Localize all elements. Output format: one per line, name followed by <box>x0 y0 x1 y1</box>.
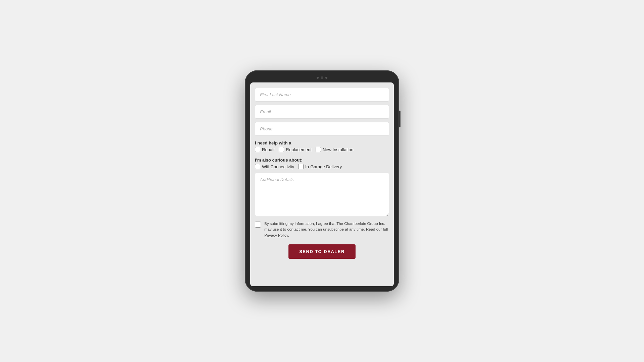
curious-section: I'm also curious about: Wifi Connectivit… <box>255 156 389 169</box>
tablet-screen: I need help with a Repair Replacement Ne… <box>250 82 394 286</box>
checkbox-in-garage[interactable] <box>298 164 304 169</box>
camera-lens <box>321 76 323 79</box>
side-button <box>399 111 400 127</box>
camera-indicator <box>317 77 319 79</box>
checkbox-item-wifi[interactable]: Wifi Connectivity <box>255 164 294 169</box>
camera-indicator-2 <box>325 77 327 79</box>
consent-text: By submitting my information, I agree th… <box>264 221 389 238</box>
additional-details-textarea[interactable] <box>255 173 389 216</box>
checkbox-repair[interactable] <box>255 147 260 152</box>
contact-form: I need help with a Repair Replacement Ne… <box>255 88 389 259</box>
privacy-policy-link[interactable]: Privacy Policy <box>264 233 288 237</box>
in-garage-label: In-Garage Delivery <box>305 164 342 169</box>
checkbox-item-repair[interactable]: Repair <box>255 147 275 152</box>
checkbox-item-in-garage[interactable]: In-Garage Delivery <box>298 164 342 169</box>
new-installation-label: New Installation <box>323 147 354 152</box>
camera-bar <box>250 76 394 79</box>
repair-label: Repair <box>262 147 275 152</box>
checkbox-new-installation[interactable] <box>316 147 321 152</box>
checkbox-item-new-installation[interactable]: New Installation <box>316 147 354 152</box>
checkbox-item-replacement[interactable]: Replacement <box>279 147 312 152</box>
replacement-label: Replacement <box>286 147 312 152</box>
curious-section-label: I'm also curious about: <box>255 158 389 163</box>
help-section: I need help with a Repair Replacement Ne… <box>255 139 389 152</box>
curious-options-group: Wifi Connectivity In-Garage Delivery <box>255 164 389 169</box>
tablet-device: I need help with a Repair Replacement Ne… <box>245 70 399 292</box>
help-section-label: I need help with a <box>255 140 389 145</box>
checkbox-replacement[interactable] <box>279 147 284 152</box>
consent-row: By submitting my information, I agree th… <box>255 221 389 238</box>
wifi-label: Wifi Connectivity <box>262 164 294 169</box>
help-options-group: Repair Replacement New Installation <box>255 147 389 152</box>
send-to-dealer-button[interactable]: SEND TO DEALER <box>288 244 356 259</box>
consent-checkbox[interactable] <box>255 222 261 228</box>
email-input[interactable] <box>255 105 389 119</box>
phone-input[interactable] <box>255 122 389 136</box>
name-input[interactable] <box>255 88 389 102</box>
checkbox-wifi[interactable] <box>255 164 260 169</box>
